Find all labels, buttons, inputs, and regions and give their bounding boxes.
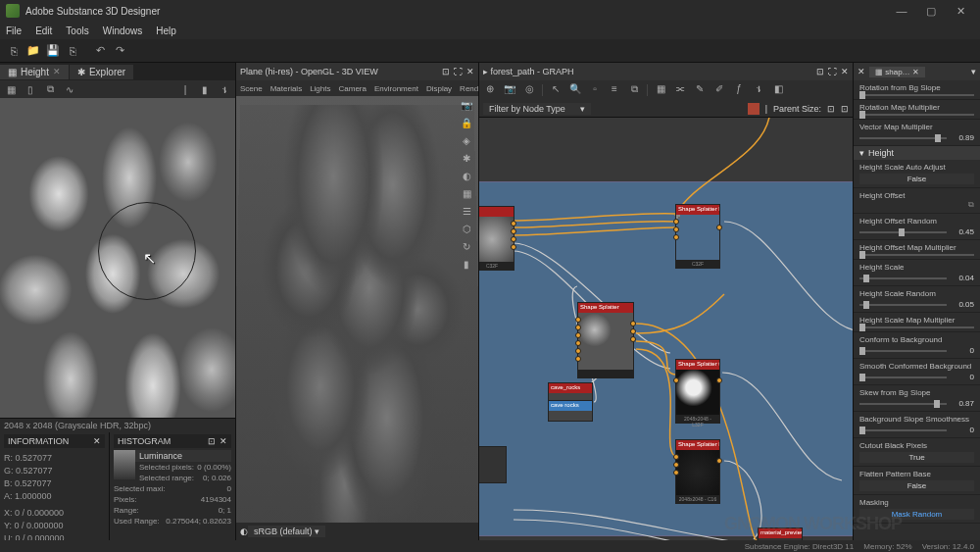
reset-icon[interactable]: ↻ [459,241,474,257]
new-icon[interactable]: ⎘ [6,43,22,59]
stats-icon[interactable]: ☰ [459,206,474,222]
graph-node-splatter-mask[interactable]: Shape Splatter to Mask 2048x2048 - L32F [675,359,720,424]
graph-node-cave-rocks-2[interactable]: cave rocks [548,400,593,422]
graph-search-icon[interactable]: 🔍 [568,83,582,97]
wf-icon[interactable]: ▦ [459,188,474,204]
slider-track[interactable] [859,304,947,306]
graph-pen-icon[interactable]: ✐ [712,83,726,97]
graph-cursor-icon[interactable]: ↖ [549,83,563,97]
graph-node-splatter-blend-c[interactable]: Shape Splatter Blend C… C32F [675,204,720,269]
props-tabstrip: ✕ ▦ shap… ✕ ▾ [854,63,980,80]
menu-file[interactable]: File [6,25,22,36]
slider-track[interactable] [859,277,947,279]
graph-node-small[interactable] [479,446,507,483]
parent-size-label: Parent Size: [773,104,821,114]
levels-icon[interactable]: ⫮ [218,82,231,96]
parent-w-icon[interactable]: ⊡ [827,104,835,114]
graph-zoom-icon[interactable]: ⊕ [483,83,497,97]
3d-menu-camera[interactable]: Camera [339,84,367,93]
props-close-icon[interactable]: ✕ [858,67,865,76]
graph-node-splatter-blend[interactable]: Shape Splatter Blend 2048x2048 - C16 [675,439,720,504]
3d-max-icon[interactable]: ⛶ [454,67,463,76]
mat-icon[interactable]: ◐ [459,171,474,186]
pipette-icon[interactable]: ∿ [63,82,76,96]
cutout-toggle[interactable]: True [859,452,974,463]
height-auto-toggle[interactable]: False [859,174,974,184]
light-icon[interactable]: ✱ [459,153,474,169]
graph-copy-icon[interactable]: ⧉ [627,83,641,97]
lock-icon[interactable]: 🔒 [459,118,474,133]
3d-close-icon[interactable]: ✕ [466,67,474,76]
undo-icon[interactable]: ↶ [92,43,108,59]
tab-height[interactable]: ▦ Height ✕ [0,65,69,79]
graph-viewport[interactable]: C32F Shape Splatter Blend C… C32F Shape … [479,118,853,540]
save-icon[interactable]: 💾 [45,43,61,59]
minimize-button[interactable]: — [888,2,915,20]
graph-undock-icon[interactable]: ⊡ [816,67,824,76]
vbar-icon[interactable]: | [178,82,192,96]
slider-track[interactable] [859,376,947,378]
graph-node[interactable]: C32F [479,206,514,271]
menu-tools[interactable]: Tools [66,25,88,36]
menu-windows[interactable]: Windows [103,25,143,36]
2d-viewport[interactable]: ↖ [0,98,235,418]
slider-track[interactable] [859,403,947,405]
slider-track[interactable] [859,137,947,139]
graph-cam-icon[interactable]: 📷 [503,83,516,97]
tab-explorer[interactable]: ✱ Explorer [70,65,133,79]
3d-undock-icon[interactable]: ⊡ [442,67,450,76]
slider-track[interactable] [859,350,947,352]
masking-select[interactable]: Mask Random [859,509,974,520]
graph-close-icon[interactable]: ✕ [841,67,849,76]
3d-menu-scene[interactable]: Scene [240,84,263,93]
gizmo-icon[interactable]: ◈ [459,135,474,151]
doc-icon[interactable]: ▯ [24,82,37,96]
chain-icon[interactable]: | [765,104,767,114]
filter-select[interactable]: Filter by Node Type▾ [483,103,591,115]
colorspace-select[interactable]: sRGB (default) ▾ [248,526,325,537]
3d-menu-display[interactable]: Display [426,84,452,93]
open-icon[interactable]: 📁 [25,43,41,59]
props-menu-icon[interactable]: ▾ [971,67,976,76]
graph-link-icon[interactable]: ⫘ [673,83,687,97]
slider-track[interactable] [859,429,947,431]
section-height[interactable]: ▾ Height [854,146,980,160]
redo-icon[interactable]: ↷ [112,43,127,59]
graph-align-icon[interactable]: ≡ [608,83,621,97]
hist-icon[interactable]: ▮ [198,82,212,96]
graph-node-shape-splatter[interactable]: Shape Splatter [577,302,634,378]
hist-pin-icon[interactable]: ⊡ [208,436,216,446]
maximize-button[interactable]: ▢ [917,2,945,20]
graph-fx-icon[interactable]: ƒ [732,83,746,97]
parent-color-icon[interactable] [748,103,760,115]
slider-track[interactable] [859,231,947,233]
info-close-icon[interactable]: ✕ [93,436,101,446]
3d-menu-lights[interactable]: Lights [310,84,330,93]
cam-icon[interactable]: 📷 [459,100,474,116]
close-button[interactable]: ✕ [947,2,974,20]
flatten-toggle[interactable]: False [859,480,974,491]
copy-icon[interactable]: ⧉ [43,82,57,96]
3d-viewport[interactable]: 📷 🔒 ◈ ✱ ◐ ▦ ☰ ⬡ ↻ ▮ [236,96,478,523]
parent-h-icon[interactable]: ⊡ [841,104,849,114]
grid-icon[interactable]: ▦ [4,82,18,96]
props-tab[interactable]: ▦ shap… ✕ [869,67,925,77]
graph-node-material-preview[interactable]: material_preview [758,527,803,540]
prop-height-scale-random: Height Scale Random 0.05 [854,286,980,313]
mesh-icon[interactable]: ⬡ [459,224,474,239]
hist-close-icon[interactable]: ✕ [220,436,227,446]
graph-target-icon[interactable]: ◎ [522,83,536,97]
menu-help[interactable]: Help [156,25,176,36]
graph-grid-icon[interactable]: ▦ [654,83,667,97]
link-icon[interactable]: ⧉ [968,200,974,210]
graph-max-icon[interactable]: ⛶ [828,67,837,76]
graph-snap-icon[interactable]: ▫ [588,83,602,97]
saveall-icon[interactable]: ⎘ [65,43,80,59]
graph-levels-icon[interactable]: ⫮ [752,83,765,97]
hist-icon-3d[interactable]: ▮ [459,259,474,275]
graph-brush-icon[interactable]: ✎ [693,83,707,97]
graph-blend-icon[interactable]: ◧ [771,83,785,97]
menu-edit[interactable]: Edit [35,25,52,36]
3d-menu-materials[interactable]: Materials [270,84,302,93]
3d-menu-environment[interactable]: Environment [374,84,418,93]
